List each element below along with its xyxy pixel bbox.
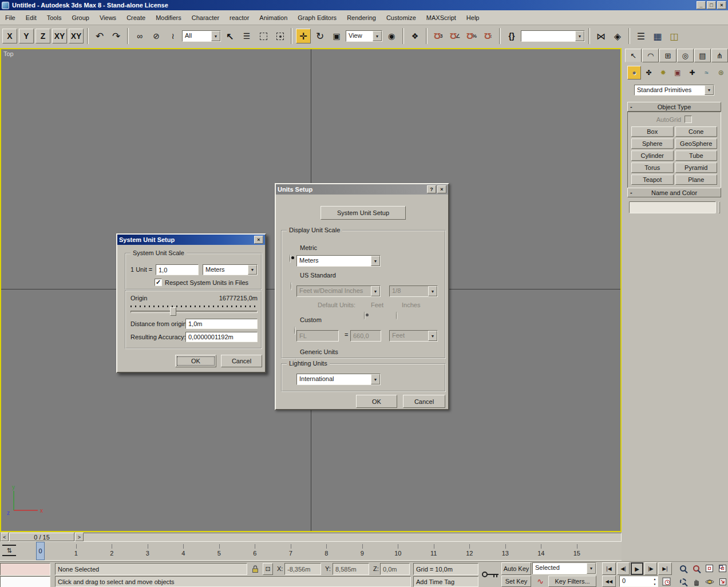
chevron-down-icon[interactable]: ▼ bbox=[211, 31, 220, 41]
help-icon[interactable]: ? bbox=[427, 185, 436, 193]
origin-slider-thumb[interactable] bbox=[170, 307, 176, 316]
auto-key-button[interactable]: Auto Key bbox=[501, 562, 531, 575]
category-helpers-icon[interactable]: ✚ bbox=[685, 66, 699, 80]
metric-unit-dropdown[interactable]: Meters▼ bbox=[296, 255, 381, 267]
timeline-tick[interactable]: 8 bbox=[308, 544, 345, 557]
category-lights-icon[interactable]: ✸ bbox=[656, 66, 670, 80]
timeline-tick[interactable]: 7 bbox=[273, 544, 309, 557]
category-spacewarps-icon[interactable]: ≈ bbox=[699, 66, 713, 80]
arc-rotate-icon[interactable] bbox=[704, 576, 715, 587]
object-name-input[interactable] bbox=[629, 201, 716, 213]
tab-create[interactable]: ↖ bbox=[625, 49, 642, 62]
tab-hierarchy[interactable]: ⊞ bbox=[659, 49, 676, 62]
selection-lock-icon[interactable] bbox=[250, 563, 260, 575]
axis-constraint-button[interactable]: Z bbox=[35, 29, 50, 43]
select-and-scale-icon[interactable]: ▣ bbox=[329, 29, 344, 43]
timeline-tick[interactable]: 11 bbox=[416, 544, 452, 557]
named-selection-dropdown[interactable]: ▼ bbox=[521, 30, 585, 42]
menu-item[interactable]: Rendering bbox=[342, 13, 381, 23]
select-and-link-icon[interactable]: ∞ bbox=[132, 29, 147, 43]
set-keys-key-icon[interactable] bbox=[481, 566, 500, 582]
select-by-name-icon[interactable]: ☰ bbox=[239, 29, 254, 43]
mirror-icon[interactable]: ⋈ bbox=[594, 29, 608, 43]
set-key-mode-curve-icon[interactable]: ∿ bbox=[533, 576, 547, 587]
menu-item[interactable]: Edit bbox=[21, 13, 42, 23]
axis-constraint-button[interactable]: XY bbox=[52, 29, 67, 43]
spinner-snap-icon[interactable]: Ω↕ bbox=[481, 29, 496, 43]
object-type-button[interactable]: Sphere bbox=[631, 138, 674, 149]
menu-item[interactable]: File bbox=[0, 13, 21, 23]
chevron-down-icon[interactable]: ▼ bbox=[587, 563, 596, 574]
use-pivot-center-icon[interactable]: ◉ bbox=[384, 29, 399, 43]
layer-manager-icon[interactable]: ☰ bbox=[634, 29, 648, 43]
units-cancel-button[interactable]: Cancel bbox=[403, 395, 445, 408]
next-frame-icon[interactable]: |▶ bbox=[644, 562, 657, 575]
absolute-offset-mode-icon[interactable]: ⊡ bbox=[263, 563, 273, 575]
time-configuration-icon[interactable] bbox=[660, 576, 672, 587]
time-slider-next-button[interactable]: > bbox=[75, 533, 84, 541]
schematic-view-icon[interactable]: ◫ bbox=[667, 29, 682, 43]
timeline-tick[interactable]: 10 bbox=[380, 544, 416, 557]
open-mini-curve-editor-icon[interactable]: ⇅ bbox=[2, 545, 16, 556]
units-ok-button[interactable]: OK bbox=[356, 395, 397, 408]
track-bar-ruler[interactable]: 0123456789101112131415 bbox=[22, 544, 595, 557]
rollout-collapse-icon[interactable]: - bbox=[630, 103, 632, 110]
go-to-end-icon[interactable]: ▶| bbox=[658, 562, 672, 575]
distance-from-origin-field[interactable]: 1,0m bbox=[185, 319, 258, 329]
named-selection-sets-icon[interactable]: {} bbox=[504, 29, 519, 43]
zoom-region-icon[interactable] bbox=[678, 576, 689, 587]
zoom-extents-all-icon[interactable] bbox=[717, 563, 728, 574]
redo-icon[interactable]: ↷ bbox=[109, 29, 124, 43]
us-standard-radio[interactable] bbox=[291, 282, 292, 290]
chevron-down-icon[interactable]: ▼ bbox=[373, 31, 382, 41]
category-shapes-icon[interactable]: ✤ bbox=[642, 66, 655, 80]
close-icon[interactable]: × bbox=[437, 185, 446, 193]
zoom-icon[interactable] bbox=[678, 563, 689, 574]
menu-item[interactable]: Help bbox=[461, 13, 485, 23]
timeline-tick[interactable]: 12 bbox=[452, 544, 488, 557]
resulting-accuracy-field[interactable]: 0,0000001192m bbox=[185, 332, 258, 342]
window-crossing-icon[interactable] bbox=[272, 29, 287, 43]
object-type-button[interactable]: Teapot bbox=[631, 174, 674, 185]
menu-item[interactable]: Character bbox=[187, 13, 224, 23]
autogrid-checkbox[interactable] bbox=[685, 116, 692, 123]
percent-snap-icon[interactable]: Ω% bbox=[464, 29, 479, 43]
axis-constraint-button[interactable]: Y bbox=[19, 29, 34, 43]
timeline-tick[interactable]: 6 bbox=[237, 544, 273, 557]
menu-item[interactable]: Graph Editors bbox=[292, 13, 342, 23]
origin-slider-track[interactable] bbox=[130, 311, 258, 313]
object-type-button[interactable]: Box bbox=[631, 126, 674, 137]
select-object-icon[interactable]: ↖ bbox=[223, 29, 238, 43]
play-animation-icon[interactable]: ▶ bbox=[631, 562, 643, 575]
chevron-down-icon[interactable]: ▼ bbox=[371, 256, 380, 266]
pan-hand-icon[interactable] bbox=[691, 576, 702, 587]
rollout-collapse-icon[interactable]: - bbox=[630, 189, 632, 196]
timeline-tick[interactable]: 15 bbox=[559, 544, 595, 557]
tab-utilities[interactable]: ⋔ bbox=[711, 49, 728, 62]
chevron-down-icon[interactable]: ▼ bbox=[371, 374, 380, 384]
chevron-down-icon[interactable]: ▼ bbox=[248, 265, 257, 275]
previous-frame-icon[interactable]: ◀| bbox=[617, 562, 630, 575]
primitives-category-dropdown[interactable]: Standard Primitives▼ bbox=[634, 85, 714, 96]
respect-units-checkbox[interactable]: ✓ bbox=[155, 279, 162, 286]
name-color-rollout-header[interactable]: - Name and Color bbox=[627, 188, 721, 197]
timeline-tick[interactable]: 5 bbox=[201, 544, 238, 557]
object-type-button[interactable]: Pyramid bbox=[675, 162, 718, 173]
maxscript-mini-listener-white[interactable] bbox=[0, 576, 50, 587]
axis-constraint-button[interactable]: X bbox=[2, 29, 17, 43]
coord-x-field[interactable]: -8,356m bbox=[284, 563, 321, 575]
system-ok-button[interactable]: OK bbox=[175, 355, 216, 367]
snap-toggle-3d-icon[interactable]: Ω3 bbox=[431, 29, 446, 43]
time-slider-track[interactable] bbox=[0, 533, 622, 542]
category-systems-icon[interactable]: ⊛ bbox=[714, 66, 728, 80]
object-type-button[interactable]: Plane bbox=[675, 174, 718, 185]
viewport-label[interactable]: Top bbox=[3, 50, 14, 57]
menu-item[interactable]: Customize bbox=[381, 13, 421, 23]
undo-icon[interactable]: ↶ bbox=[92, 29, 107, 43]
menu-item[interactable]: Modifiers bbox=[151, 13, 187, 23]
system-cancel-button[interactable]: Cancel bbox=[221, 355, 262, 367]
axis-constraint-button[interactable]: XY bbox=[69, 29, 84, 43]
selection-filter-dropdown[interactable]: All▼ bbox=[182, 30, 221, 42]
unit-value-field[interactable]: 1,0 bbox=[156, 264, 199, 275]
category-cameras-icon[interactable]: ▣ bbox=[671, 66, 685, 80]
